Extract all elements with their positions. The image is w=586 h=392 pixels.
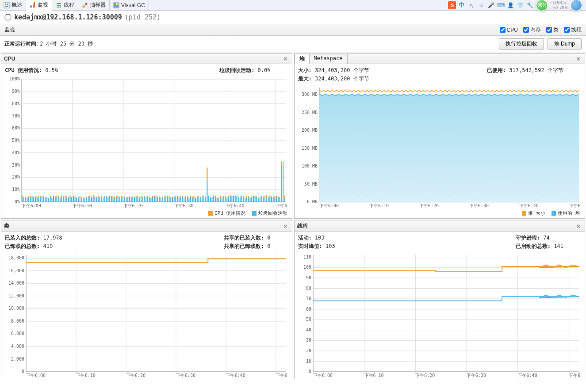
tab-visualgc[interactable]: Visual GC <box>110 0 149 10</box>
cpu-chart[interactable]: 0%10%20%30%40%50%60%70%80%90%100%下午6:00下… <box>1 75 292 209</box>
close-icon[interactable]: × <box>282 55 289 62</box>
toolbox-icon[interactable]: 🔧 <box>526 1 534 9</box>
svg-rect-233 <box>169 197 169 198</box>
svg-rect-197 <box>139 198 140 199</box>
svg-rect-253 <box>185 196 186 198</box>
svg-text:150 MB: 150 MB <box>301 146 317 151</box>
close-icon[interactable]: × <box>282 223 289 230</box>
svg-rect-354 <box>269 197 270 202</box>
svg-rect-230 <box>167 197 168 202</box>
svg-rect-99 <box>58 196 59 197</box>
svg-rect-323 <box>243 196 244 198</box>
svg-rect-118 <box>75 197 76 202</box>
svg-rect-183 <box>127 198 128 198</box>
svg-text:下午6:50: 下午6:50 <box>276 373 288 378</box>
mic-icon[interactable]: 🎤 <box>487 1 495 9</box>
svg-rect-355 <box>269 195 270 197</box>
svg-rect-1 <box>5 4 6 5</box>
svg-rect-73 <box>37 198 38 199</box>
svg-rect-370 <box>283 165 283 202</box>
close-icon[interactable]: × <box>575 55 582 62</box>
heap-chart[interactable]: 0 MB50 MB100 MB150 MB200 MB250 MB300 MB下… <box>295 84 585 209</box>
svg-text:90%: 90% <box>12 89 20 94</box>
svg-rect-159 <box>107 198 108 198</box>
perform-gc-button[interactable]: 执行垃圾回收 <box>499 38 544 49</box>
svg-rect-84 <box>46 198 47 202</box>
svg-rect-144 <box>96 197 97 202</box>
svg-rect-6 <box>33 4 34 8</box>
svg-rect-187 <box>130 197 131 198</box>
svg-rect-315 <box>236 197 237 198</box>
svg-rect-57 <box>23 197 24 198</box>
connection-title: kedajmx@192.168.1.126:30009 <box>14 13 122 21</box>
skin-icon[interactable]: 👕 <box>516 1 524 9</box>
svg-rect-175 <box>121 198 122 198</box>
svg-rect-154 <box>104 196 105 202</box>
svg-rect-212 <box>152 196 153 202</box>
svg-rect-353 <box>268 197 268 198</box>
heap-tab-heap[interactable]: 堆 <box>295 54 310 64</box>
svg-rect-115 <box>71 197 72 198</box>
svg-rect-160 <box>109 196 110 202</box>
svg-rect-333 <box>251 198 252 198</box>
keyboard-icon[interactable]: ⌨ <box>497 1 505 9</box>
punct-icon[interactable]: •, <box>467 1 475 9</box>
svg-rect-356 <box>271 196 272 202</box>
threads-stats: 活动: 103 实时峰值: 103 守护进程: 74 已启动的总数: 141 <box>295 232 585 251</box>
toggle-memory[interactable]: 内存 <box>523 26 541 34</box>
svg-rect-173 <box>119 197 120 198</box>
svg-rect-83 <box>45 197 46 198</box>
svg-rect-136 <box>89 198 90 202</box>
threads-chart[interactable]: 0102030405060708090100110下午6:00下午6:10下午6… <box>295 251 585 379</box>
svg-line-13 <box>84 4 86 6</box>
classes-chart[interactable]: 02,0004,0006,0008,00010,00012,00014,0001… <box>1 251 292 379</box>
svg-rect-189 <box>132 197 133 198</box>
svg-rect-153 <box>103 198 103 198</box>
tab-label: 线程 <box>64 1 74 9</box>
cpu-gauge-icon[interactable]: 56% <box>536 0 548 11</box>
svg-rect-61 <box>27 198 27 198</box>
svg-rect-357 <box>271 196 272 197</box>
svg-text:8,000: 8,000 <box>11 319 24 323</box>
svg-text:50 MB: 50 MB <box>304 182 317 186</box>
toggle-threads[interactable]: 线程 <box>564 26 582 34</box>
svg-rect-56 <box>23 198 24 202</box>
svg-text:100%: 100% <box>9 77 20 81</box>
heap-tab-metaspace[interactable]: Metaspace <box>309 54 348 64</box>
svg-rect-101 <box>60 198 61 199</box>
close-icon[interactable]: × <box>575 223 582 230</box>
toggle-classes[interactable]: 类 <box>546 26 559 34</box>
user-icon[interactable]: 👤 <box>506 1 514 9</box>
accelerator-icon[interactable] <box>570 0 582 11</box>
heap-dump-button[interactable]: 堆 Dump <box>548 38 582 49</box>
svg-text:6,000: 6,000 <box>11 331 24 336</box>
tab-monitor[interactable]: 监视 <box>26 0 52 11</box>
svg-rect-122 <box>78 197 79 202</box>
monitor-label: 监视 <box>4 26 500 34</box>
svg-rect-191 <box>134 197 135 198</box>
svg-rect-228 <box>165 197 166 202</box>
tab-overview[interactable]: 概述 <box>0 0 26 10</box>
tab-sampler[interactable]: 抽样器 <box>78 0 110 10</box>
svg-rect-105 <box>63 198 64 198</box>
svg-rect-219 <box>157 198 158 198</box>
svg-rect-261 <box>192 197 193 198</box>
tab-threads[interactable]: 线程 <box>52 0 78 10</box>
svg-text:30: 30 <box>306 338 311 343</box>
svg-rect-251 <box>184 197 184 198</box>
svg-rect-267 <box>197 196 198 197</box>
svg-rect-63 <box>28 196 29 198</box>
input-method-icon[interactable]: S <box>448 1 456 9</box>
loading-icon <box>4 14 11 21</box>
svg-text:80%: 80% <box>12 101 20 106</box>
ime-cn-icon[interactable]: 中 <box>458 1 466 9</box>
toggle-cpu[interactable]: CPU <box>500 26 518 34</box>
svg-rect-341 <box>258 198 259 199</box>
svg-rect-283 <box>210 198 211 198</box>
emoji-icon[interactable]: ☺ <box>477 1 485 9</box>
svg-rect-245 <box>179 197 180 198</box>
pid-label: (pid 252) <box>125 13 161 21</box>
svg-rect-363 <box>276 196 277 197</box>
svg-rect-62 <box>28 198 29 202</box>
svg-rect-108 <box>66 198 67 202</box>
